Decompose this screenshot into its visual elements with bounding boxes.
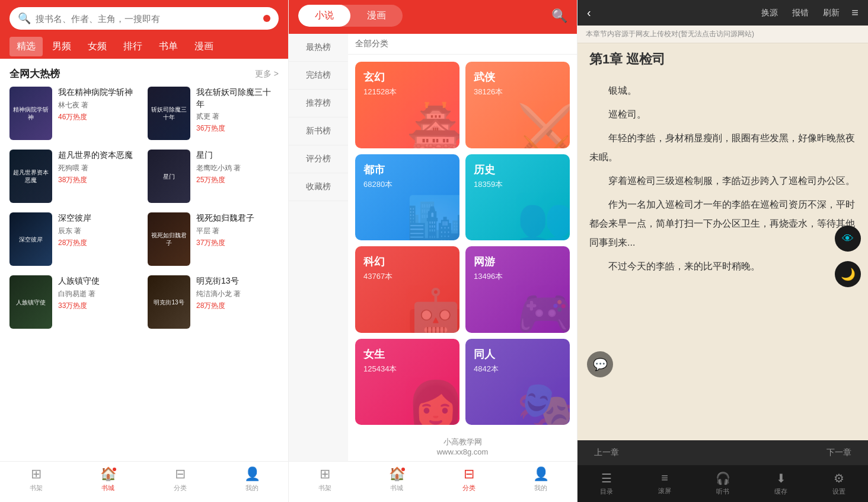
list-item[interactable]: 精神病院学斩神 我在精神病院学斩神 林七夜 著 46万热度	[9, 87, 141, 140]
content-paragraph: 巡检司。	[589, 105, 856, 124]
reader-actions: 换源 报错 刷新	[761, 8, 840, 18]
cat-name: 网游	[474, 255, 561, 269]
toolbar-scroll[interactable]: ≡ 滚屏	[636, 471, 694, 496]
list-item[interactable]: 人族镇守使 人族镇守使 白驹易逝 著 33万热度	[9, 275, 141, 329]
tab-manga[interactable]: 漫画	[350, 5, 403, 27]
tab-fenlei2[interactable]: ⊟ 分类	[433, 466, 505, 493]
category-dushi[interactable]: 都市 68280本 🏙️	[355, 154, 459, 241]
book-author: 白驹易逝 著	[58, 289, 141, 299]
category-nvsheng[interactable]: 女生 125434本 👩	[355, 339, 459, 425]
panel-bookcity: 🔍 精选 男频 女频 排行 书单 漫画 全网大热榜 更多 > 精神病院学斩神 我…	[0, 0, 289, 502]
panel1-bottom-nav: ⊞ 书架 🏠 书城 ⊟ 分类 👤 我的	[0, 461, 288, 502]
sidebar-item-xinshu[interactable]: 新书榜	[289, 117, 348, 145]
category-wuxia[interactable]: 武侠 38126本 ⚔️	[465, 62, 570, 148]
tab-wode2[interactable]: 👤 我的	[505, 466, 577, 493]
profile-icon: 👤	[244, 466, 260, 482]
category-grid: 玄幻 121528本 🏯 武侠 38126本 ⚔️ 都市 68280本 🏙️ 历…	[348, 55, 577, 432]
cat-bg-icon: ⚔️	[516, 101, 570, 148]
reader-navigation: 上一章 下一章	[577, 440, 868, 465]
tab-label: 书城	[101, 484, 114, 493]
category-kehuan[interactable]: 科幻 43767本 🤖	[355, 246, 459, 333]
moon-float-button[interactable]: 🌙	[835, 261, 861, 287]
sidebar-item-pingfen[interactable]: 评分榜	[289, 145, 348, 173]
book-cover: 精神病院学斩神	[9, 87, 52, 140]
nav-tab-shudan[interactable]: 书单	[152, 37, 185, 56]
report-error-button[interactable]: 报错	[792, 8, 809, 18]
scroll-icon: ≡	[661, 471, 668, 485]
nav-tab-paihang[interactable]: 排行	[116, 37, 149, 56]
tab-shucheng[interactable]: 🏠 书城	[72, 466, 145, 493]
book-author: 贰更 著	[196, 112, 279, 122]
nav-tab-manhua[interactable]: 漫画	[187, 37, 221, 56]
cache-icon: ⬇	[776, 471, 786, 485]
chapter-title: 第1章 巡检司	[577, 43, 868, 75]
tab-shujia[interactable]: ⊞ 书架	[0, 466, 72, 493]
nav-tabs: 精选 男频 女频 排行 书单 漫画	[9, 37, 279, 59]
reader-content[interactable]: 银城。 巡检司。 年轻的李皓，身材稍显瘦削，眼圈有些发黑，好像昨晚熬夜未眠。 穿…	[577, 75, 868, 440]
book-cover: 视死如归魏君子	[148, 212, 190, 266]
tab-novel[interactable]: 小说	[298, 5, 350, 27]
toolbar-label: 设置	[832, 487, 845, 496]
book-heat: 28万热度	[58, 238, 141, 248]
content-paragraph: 银城。	[589, 81, 856, 100]
list-item[interactable]: 深空彼岸 深空彼岸 辰东 著 28万热度	[9, 212, 141, 266]
refresh-button[interactable]: 刷新	[823, 8, 840, 18]
search-bar[interactable]: 🔍	[9, 7, 279, 30]
list-item[interactable]: 星门 星门 老鹰吃小鸡 著 25万热度	[148, 150, 279, 203]
sidebar-item-tuijian[interactable]: 推荐榜	[289, 90, 348, 117]
book-title: 我在精神病院学斩神	[58, 87, 141, 99]
content-paragraph: 作为一名加入巡检司才一年的李皓在巡检司资历不深，平时都会来早一点，简单打扫一下办…	[589, 195, 856, 252]
tab-fenlei[interactable]: ⊟ 分类	[144, 466, 216, 493]
eye-float-button[interactable]: 👁	[835, 225, 861, 252]
toolbar-settings[interactable]: ⚙ 设置	[810, 471, 868, 496]
next-chapter-button[interactable]: 下一章	[819, 445, 859, 460]
menu-button[interactable]: ≡	[851, 6, 859, 20]
book-info: 人族镇守使 白驹易逝 著 33万热度	[58, 275, 141, 311]
chat-float-button[interactable]: 💬	[587, 351, 613, 377]
tab-shujia2[interactable]: ⊞ 书架	[289, 466, 361, 493]
change-source-button[interactable]: 换源	[761, 8, 778, 18]
panel-category: 小说 漫画 🔍 最热榜 完结榜 推荐榜 新书榜 评分榜 收藏榜 全部分类 玄幻 …	[289, 0, 577, 502]
search-input[interactable]	[36, 14, 259, 24]
tab-shucheng2[interactable]: 🏠 书城	[361, 466, 433, 493]
content-paragraph: 年轻的李皓，身材稍显瘦削，眼圈有些发黑，好像昨晚熬夜未眠。	[589, 129, 856, 167]
list-item[interactable]: 超凡世界资本恶魔 超凡世界的资本恶魔 死狗喂 著 38万热度	[9, 150, 141, 203]
book-title: 人族镇守使	[58, 275, 141, 287]
list-item[interactable]: 斩妖司除魔三十年 我在斩妖司除魔三十年 贰更 著 36万热度	[148, 87, 279, 140]
prev-chapter-button[interactable]: 上一章	[587, 445, 626, 460]
category-lishi[interactable]: 历史 18359本 👥	[465, 154, 570, 241]
listen-icon: 🎧	[716, 471, 730, 485]
sidebar-item-shoucang[interactable]: 收藏榜	[289, 173, 348, 201]
cat-bg-icon: 🎭	[516, 378, 570, 425]
book-heat: 38万热度	[58, 175, 141, 185]
all-categories-btn[interactable]: 全部分类	[348, 34, 577, 55]
cat-name: 同人	[474, 347, 561, 361]
search-button[interactable]: 🔍	[551, 8, 567, 24]
sidebar-item-rebo[interactable]: 最热榜	[289, 34, 348, 62]
reader-header: ‹ 换源 报错 刷新 ≡	[577, 0, 868, 26]
back-button[interactable]: ‹	[587, 6, 591, 20]
book-cover: 明克街13号	[148, 275, 190, 329]
list-item[interactable]: 视死如归魏君子 视死如归魏君子 平层 著 37万热度	[148, 212, 279, 266]
more-button[interactable]: 更多 >	[255, 69, 279, 80]
toolbar-toc[interactable]: ☰ 目录	[577, 471, 636, 496]
nav-tab-jingxuan[interactable]: 精选	[9, 37, 43, 56]
category-wangyou[interactable]: 网游 13496本 🎮	[465, 246, 570, 333]
cat-count: 4842本	[474, 364, 561, 374]
sidebar-item-wanjie[interactable]: 完结榜	[289, 62, 348, 90]
book-title: 超凡世界的资本恶魔	[58, 150, 141, 161]
toolbar-listen[interactable]: 🎧 听书	[694, 471, 752, 496]
toolbar-label: 听书	[716, 487, 729, 496]
toolbar-cache[interactable]: ⬇ 缓存	[752, 471, 810, 496]
toolbar-label: 滚屏	[658, 487, 671, 495]
category-xuanhuan[interactable]: 玄幻 121528本 🏯	[355, 62, 459, 148]
settings-icon: ⚙	[834, 471, 844, 485]
book-grid: 精神病院学斩神 我在精神病院学斩神 林七夜 著 46万热度 斩妖司除魔三十年 我…	[9, 87, 279, 329]
nav-tab-nanpin[interactable]: 男频	[45, 37, 78, 56]
book-info: 深空彼岸 辰东 著 28万热度	[58, 212, 141, 248]
category-tongren[interactable]: 同人 4842本 🎭	[465, 339, 570, 425]
tab-label: 分类	[462, 484, 476, 493]
nav-tab-nvpin[interactable]: 女频	[81, 37, 114, 56]
tab-wode[interactable]: 👤 我的	[216, 466, 289, 493]
list-item[interactable]: 明克街13号 明克街13号 纯洁滴小龙 著 28万热度	[148, 275, 279, 329]
